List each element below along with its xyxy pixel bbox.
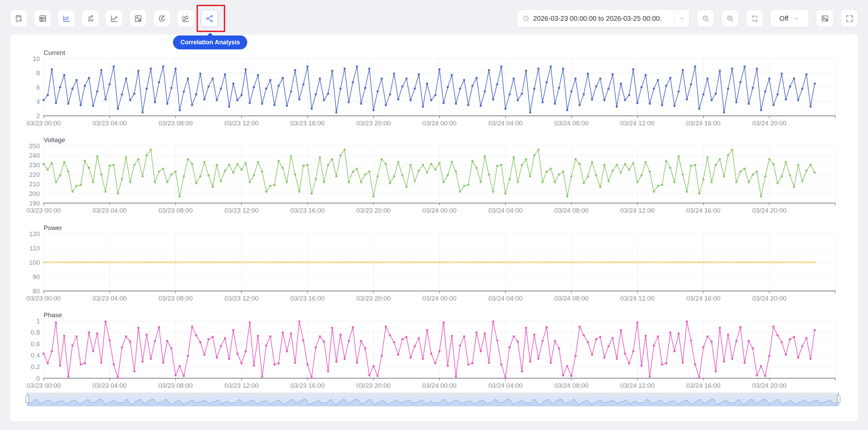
svg-text:03/23 12:00: 03/23 12:00 bbox=[224, 382, 259, 389]
toolbar: 2026-03-23 00:00:00 to 2026-03-25 00:00: bbox=[10, 10, 858, 27]
svg-text:03/23 16:00: 03/23 16:00 bbox=[290, 382, 324, 389]
svg-text:03/23 20:00: 03/23 20:00 bbox=[356, 120, 390, 127]
svg-text:03/24 08:00: 03/24 08:00 bbox=[554, 207, 588, 214]
bar-chart-icon bbox=[86, 14, 95, 23]
svg-text:03/23 04:00: 03/23 04:00 bbox=[92, 295, 126, 302]
datetime-range-picker[interactable]: 2026-03-23 00:00:00 to 2026-03-25 00:00: bbox=[517, 10, 689, 27]
svg-text:0.2: 0.2 bbox=[31, 363, 40, 370]
svg-text:03/24 16:00: 03/24 16:00 bbox=[686, 295, 720, 302]
scale-button[interactable] bbox=[129, 10, 146, 27]
svg-text:03/23 08:00: 03/23 08:00 bbox=[158, 120, 192, 127]
svg-text:230: 230 bbox=[29, 162, 40, 169]
save-export-button[interactable] bbox=[10, 10, 27, 27]
svg-text:10: 10 bbox=[33, 55, 40, 62]
svg-text:03/24 12:00: 03/24 12:00 bbox=[620, 120, 654, 127]
trend-plus-icon bbox=[110, 14, 119, 23]
datazoom-right-handle[interactable] bbox=[837, 395, 840, 403]
fullscreen-button[interactable] bbox=[841, 10, 858, 27]
svg-text:03/23 04:00: 03/23 04:00 bbox=[92, 207, 126, 214]
toolbar-right-group: 2026-03-23 00:00:00 to 2026-03-25 00:00: bbox=[517, 10, 858, 27]
svg-text:03/24 20:00: 03/24 20:00 bbox=[752, 207, 786, 214]
svg-text:03/24 00:00: 03/24 00:00 bbox=[422, 207, 456, 214]
history-button[interactable] bbox=[153, 10, 170, 27]
chart-title-voltage: Voltage bbox=[44, 136, 65, 144]
chart-title-power: Power bbox=[44, 224, 62, 232]
svg-text:03/24 04:00: 03/24 04:00 bbox=[488, 295, 522, 302]
clock-icon bbox=[522, 15, 530, 22]
trend-chart-button[interactable] bbox=[106, 10, 123, 27]
svg-text:03/24 20:00: 03/24 20:00 bbox=[752, 120, 786, 127]
auto-refresh-value: Off bbox=[779, 15, 788, 22]
line-chart-view-button[interactable] bbox=[58, 10, 75, 27]
svg-text:03/24 20:00: 03/24 20:00 bbox=[752, 295, 786, 302]
line-chart-icon bbox=[62, 14, 71, 23]
chevron-down-icon bbox=[679, 15, 685, 22]
svg-text:190: 190 bbox=[29, 200, 40, 207]
datazoom-slider[interactable] bbox=[27, 393, 839, 406]
svg-text:120: 120 bbox=[29, 230, 40, 237]
scatter-view-button[interactable] bbox=[177, 10, 194, 27]
zoom-in-button[interactable] bbox=[722, 10, 739, 27]
table-view-button[interactable] bbox=[34, 10, 51, 27]
svg-text:03/23 20:00: 03/23 20:00 bbox=[356, 207, 390, 214]
correlation-analysis-button[interactable] bbox=[201, 10, 218, 27]
phase-line-chart: 10.80.60.40.2003/23 00:0003/23 04:0003/2… bbox=[10, 321, 858, 391]
svg-text:03/24 08:00: 03/24 08:00 bbox=[554, 295, 588, 302]
svg-text:0.6: 0.6 bbox=[31, 340, 40, 348]
svg-text:240: 240 bbox=[29, 152, 40, 159]
svg-text:03/24 00:00: 03/24 00:00 bbox=[422, 382, 456, 389]
datetime-dropdown-toggle[interactable] bbox=[674, 10, 689, 27]
tooltip-text: Correlation Analysis bbox=[181, 39, 240, 46]
datazoom-left-handle[interactable] bbox=[26, 395, 29, 403]
svg-text:03/23 20:00: 03/23 20:00 bbox=[356, 295, 390, 302]
charts-panel: Current 10864203/23 00:0003/23 04:0003/2… bbox=[10, 34, 858, 421]
export-image-button[interactable] bbox=[816, 10, 833, 27]
svg-text:1: 1 bbox=[36, 318, 40, 325]
datazoom-track[interactable] bbox=[27, 396, 839, 406]
svg-text:03/24 08:00: 03/24 08:00 bbox=[554, 382, 588, 389]
svg-text:200: 200 bbox=[29, 190, 40, 197]
current-line-chart: 10864203/23 00:0003/23 04:0003/23 08:000… bbox=[10, 59, 858, 128]
image-export-icon bbox=[820, 14, 830, 23]
refresh-button[interactable] bbox=[746, 10, 763, 27]
scatter-icon bbox=[181, 14, 190, 23]
svg-text:80: 80 bbox=[33, 288, 40, 295]
svg-text:4: 4 bbox=[36, 98, 40, 105]
svg-text:6: 6 bbox=[36, 84, 40, 91]
chevron-down-icon bbox=[793, 15, 800, 22]
zoom-out-button[interactable] bbox=[697, 10, 714, 27]
svg-text:90: 90 bbox=[33, 273, 40, 280]
svg-text:03/23 16:00: 03/23 16:00 bbox=[290, 207, 324, 214]
auto-refresh-dropdown[interactable]: Off bbox=[771, 10, 809, 27]
svg-text:03/23 04:00: 03/23 04:00 bbox=[92, 382, 126, 389]
svg-text:03/24 00:00: 03/24 00:00 bbox=[422, 120, 456, 127]
bar-chart-view-button[interactable] bbox=[82, 10, 99, 27]
svg-text:03/24 08:00: 03/24 08:00 bbox=[554, 120, 588, 127]
svg-text:220: 220 bbox=[29, 171, 40, 178]
toolbar-left-group bbox=[10, 10, 218, 27]
svg-text:03/23 16:00: 03/23 16:00 bbox=[290, 120, 324, 127]
svg-text:250: 250 bbox=[29, 142, 40, 150]
voltage-line-chart: 25024023022021020019003/23 00:0003/23 04… bbox=[10, 146, 858, 216]
table-icon bbox=[38, 14, 47, 23]
svg-text:03/23 00:00: 03/23 00:00 bbox=[27, 207, 61, 214]
correlation-share-icon bbox=[205, 14, 214, 23]
datetime-range-text: 2026-03-23 00:00:00 to 2026-03-25 00:00: bbox=[533, 15, 662, 22]
svg-text:03/23 04:00: 03/23 04:00 bbox=[92, 120, 126, 127]
tooltip-arrow bbox=[207, 33, 213, 36]
datazoom-preview bbox=[27, 396, 839, 406]
svg-text:03/24 04:00: 03/24 04:00 bbox=[488, 382, 522, 389]
svg-text:03/23 00:00: 03/23 00:00 bbox=[27, 382, 61, 389]
svg-text:03/23 00:00: 03/23 00:00 bbox=[27, 295, 61, 302]
power-line-chart: 120110100908003/23 00:0003/23 04:0003/23… bbox=[10, 234, 858, 304]
svg-text:03/24 12:00: 03/24 12:00 bbox=[620, 382, 654, 389]
datetime-range-display: 2026-03-23 00:00:00 to 2026-03-25 00:00: bbox=[517, 15, 674, 22]
svg-text:03/23 08:00: 03/23 08:00 bbox=[158, 382, 192, 389]
svg-text:03/24 16:00: 03/24 16:00 bbox=[686, 120, 720, 127]
svg-text:03/23 08:00: 03/23 08:00 bbox=[158, 295, 192, 302]
datazoom-top-strip bbox=[27, 393, 839, 396]
svg-text:0.8: 0.8 bbox=[31, 329, 40, 336]
svg-text:03/23 08:00: 03/23 08:00 bbox=[158, 207, 192, 214]
chart-title-phase: Phase bbox=[44, 311, 62, 319]
svg-text:0: 0 bbox=[36, 375, 40, 382]
